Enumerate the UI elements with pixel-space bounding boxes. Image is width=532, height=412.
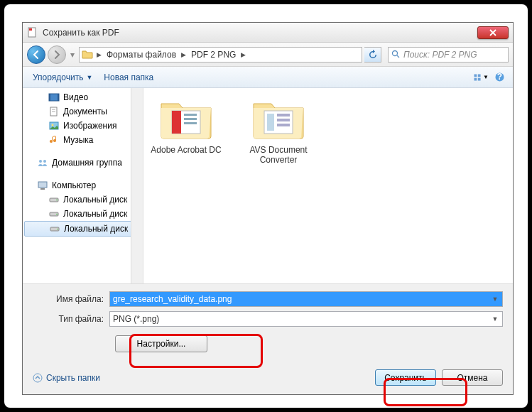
- tree-item-homegroup[interactable]: Домашняя группа: [23, 156, 143, 170]
- hide-folders-link[interactable]: Скрыть папки: [33, 373, 100, 383]
- tree-item-disk-d[interactable]: Локальный диск: [23, 207, 143, 221]
- chevron-down-icon: ▼: [483, 74, 489, 80]
- svg-rect-12: [58, 94, 59, 101]
- pdf-app-icon: [27, 27, 38, 38]
- homegroup-icon: [37, 157, 48, 168]
- tree-scrollbar[interactable]: [131, 88, 143, 283]
- search-placeholder: Поиск: PDF 2 PNG: [403, 50, 477, 60]
- tree-item-music[interactable]: Музыка: [23, 133, 143, 147]
- svg-rect-36: [277, 119, 290, 121]
- svg-rect-29: [172, 111, 181, 134]
- svg-point-17: [52, 124, 54, 126]
- tree-item-disk-c[interactable]: Локальный диск: [23, 193, 143, 207]
- svg-rect-20: [38, 182, 47, 188]
- folder-label: Adobe Acrobat DC: [151, 145, 222, 155]
- svg-rect-31: [184, 118, 197, 120]
- back-button[interactable]: [27, 45, 45, 64]
- chevron-right-icon: ▶: [180, 51, 188, 58]
- folder-item-acrobat[interactable]: Adobe Acrobat DC: [151, 95, 222, 155]
- filename-label: Имя файла:: [33, 294, 109, 304]
- titlebar: Сохранить как PDF: [23, 23, 513, 43]
- svg-point-25: [56, 214, 58, 215]
- svg-rect-32: [184, 122, 197, 124]
- filetype-value: PNG (*.png): [113, 314, 159, 324]
- svg-rect-6: [474, 77, 477, 80]
- folder-icon: [158, 95, 215, 141]
- tree-item-disk-e[interactable]: Локальный диск: [24, 221, 141, 237]
- new-folder-button[interactable]: Новая папка: [99, 70, 158, 85]
- forward-button[interactable]: [48, 45, 66, 64]
- view-options-button[interactable]: ▼: [473, 70, 489, 85]
- tree-item-video[interactable]: Видео: [23, 90, 143, 104]
- tree-item-computer[interactable]: Компьютер: [23, 178, 143, 193]
- drive-icon: [48, 208, 60, 219]
- svg-text:?: ?: [496, 72, 501, 82]
- video-icon: [48, 92, 60, 103]
- svg-rect-35: [277, 114, 290, 116]
- music-icon: [48, 134, 60, 146]
- pictures-icon: [48, 120, 60, 131]
- drive-icon: [48, 194, 60, 205]
- computer-icon: [37, 180, 48, 191]
- help-button[interactable]: ?: [492, 70, 507, 85]
- svg-point-27: [57, 229, 58, 230]
- folder-icon: [81, 48, 94, 61]
- svg-rect-11: [49, 94, 50, 101]
- filename-value: gre_research_validity_data.png: [113, 294, 232, 304]
- svg-rect-37: [277, 124, 290, 126]
- drive-icon: [49, 223, 60, 234]
- filetype-dropdown[interactable]: PNG (*.png) ▼: [109, 311, 503, 327]
- svg-point-38: [33, 374, 42, 382]
- documents-icon: [48, 106, 60, 117]
- svg-point-18: [39, 160, 42, 163]
- svg-rect-4: [474, 74, 477, 77]
- nav-bar: ▾ ▶ Форматы файлов ▶ PDF 2 PNG ▶ Поиск: …: [23, 43, 513, 67]
- chevron-right-icon: ▶: [95, 51, 103, 58]
- chevron-down-icon[interactable]: ▼: [489, 296, 501, 303]
- chevron-right-icon: ▶: [239, 51, 247, 58]
- svg-rect-21: [40, 188, 45, 190]
- folder-icon: [250, 95, 307, 141]
- window-title: Сохранить как PDF: [43, 28, 477, 38]
- tree-item-pictures[interactable]: Изображения: [23, 119, 143, 133]
- svg-line-3: [397, 55, 399, 58]
- svg-rect-5: [478, 74, 481, 77]
- chevron-up-icon: [33, 373, 43, 383]
- search-box[interactable]: Поиск: PDF 2 PNG: [388, 47, 509, 63]
- cancel-button[interactable]: Отмена: [442, 369, 503, 386]
- folder-label: AVS Document Converter: [243, 145, 314, 166]
- svg-rect-10: [49, 94, 59, 101]
- file-browser-body: Видео Документы Изображения Музыка: [23, 88, 513, 283]
- folder-item-avs[interactable]: AVS Document Converter: [243, 95, 314, 166]
- breadcrumb-seg-2[interactable]: PDF 2 PNG: [188, 50, 239, 60]
- svg-rect-34: [267, 114, 274, 131]
- save-controls: Имя файла: gre_research_validity_data.pn…: [23, 283, 513, 394]
- save-as-dialog: Сохранить как PDF ▾ ▶ Форматы файлов ▶ P…: [22, 22, 514, 395]
- filetype-label: Тип файла:: [33, 314, 109, 324]
- file-list[interactable]: Adobe Acrobat DC AVS Document Converter: [143, 88, 513, 283]
- svg-rect-7: [478, 77, 481, 80]
- organize-menu[interactable]: Упорядочить ▼: [28, 70, 97, 85]
- svg-rect-30: [184, 114, 197, 116]
- svg-point-19: [43, 160, 46, 163]
- folder-tree: Видео Документы Изображения Музыка: [23, 88, 143, 283]
- svg-point-2: [393, 51, 398, 56]
- close-button[interactable]: [477, 26, 509, 39]
- refresh-button[interactable]: [364, 47, 381, 63]
- svg-point-23: [56, 200, 58, 201]
- address-bar[interactable]: ▶ Форматы файлов ▶ PDF 2 PNG ▶: [79, 47, 362, 63]
- save-button[interactable]: Сохранить: [375, 369, 436, 386]
- settings-button[interactable]: Настройки...: [115, 335, 207, 352]
- toolbar: Упорядочить ▼ Новая папка ▼ ?: [23, 67, 513, 88]
- filename-input[interactable]: gre_research_validity_data.png ▼: [109, 291, 503, 307]
- nav-history-dropdown[interactable]: ▾: [68, 48, 77, 62]
- svg-rect-1: [29, 28, 32, 31]
- chevron-down-icon: ▼: [86, 74, 92, 81]
- breadcrumb-seg-1[interactable]: Форматы файлов: [103, 50, 180, 60]
- search-icon: [391, 50, 401, 59]
- chevron-down-icon[interactable]: ▼: [489, 315, 501, 322]
- tree-item-documents[interactable]: Документы: [23, 104, 143, 119]
